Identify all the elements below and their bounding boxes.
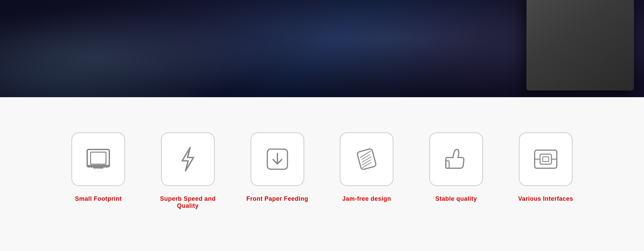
feature-icon-box-jam-free: [340, 132, 393, 186]
svg-line-8: [360, 151, 371, 157]
svg-marker-4: [182, 147, 194, 171]
feature-label-superb-speed: Superb Speed and Quality: [150, 195, 226, 209]
svg-line-11: [362, 160, 372, 165]
feature-item-superb-speed: Superb Speed and Quality: [143, 132, 233, 209]
feature-label-stable-quality: Stable quality: [435, 195, 477, 202]
feature-icon-box-stable-quality: [429, 132, 483, 186]
svg-line-12: [362, 162, 372, 167]
thumbsup-icon: [441, 144, 471, 174]
hero-device: [503, 0, 644, 97]
feature-item-stable-quality: Stable quality: [412, 132, 501, 202]
svg-line-10: [362, 157, 372, 162]
feature-item-small-footprint: Small Footprint: [54, 132, 143, 202]
svg-line-9: [362, 154, 371, 159]
feature-icon-box-small-footprint: [71, 132, 125, 186]
feature-item-various-interfaces: Various Interfaces: [501, 132, 590, 202]
feature-label-jam-free: Jam-free design: [342, 195, 391, 202]
svg-rect-13: [446, 161, 449, 168]
svg-rect-16: [543, 157, 549, 162]
download-icon: [262, 144, 292, 174]
feature-icon-box-various-interfaces: [519, 132, 573, 186]
svg-rect-2: [93, 167, 103, 169]
lightning-icon: [173, 144, 203, 174]
feature-item-jam-free: Jam-free design: [322, 132, 412, 202]
features-container: Small Footprint Superb Speed and Quality…: [54, 132, 590, 209]
device-body: [527, 0, 634, 90]
features-section: Small Footprint Superb Speed and Quality…: [0, 97, 644, 251]
feature-label-various-interfaces: Various Interfaces: [518, 195, 573, 202]
feature-label-small-footprint: Small Footprint: [75, 195, 122, 202]
svg-rect-15: [540, 154, 551, 164]
feature-icon-box-front-paper: [251, 132, 304, 186]
hero-tree-blur: [0, 0, 302, 97]
screen-icon: [83, 144, 113, 174]
feature-label-front-paper: Front Paper Feeding: [246, 195, 308, 202]
hero-section: [0, 0, 644, 97]
feature-icon-box-superb-speed: [161, 132, 215, 186]
feature-item-front-paper: Front Paper Feeding: [232, 132, 322, 202]
svg-rect-1: [91, 152, 106, 164]
svg-rect-3: [87, 165, 110, 166]
ports-icon: [531, 144, 561, 174]
eraser-icon: [352, 144, 382, 174]
